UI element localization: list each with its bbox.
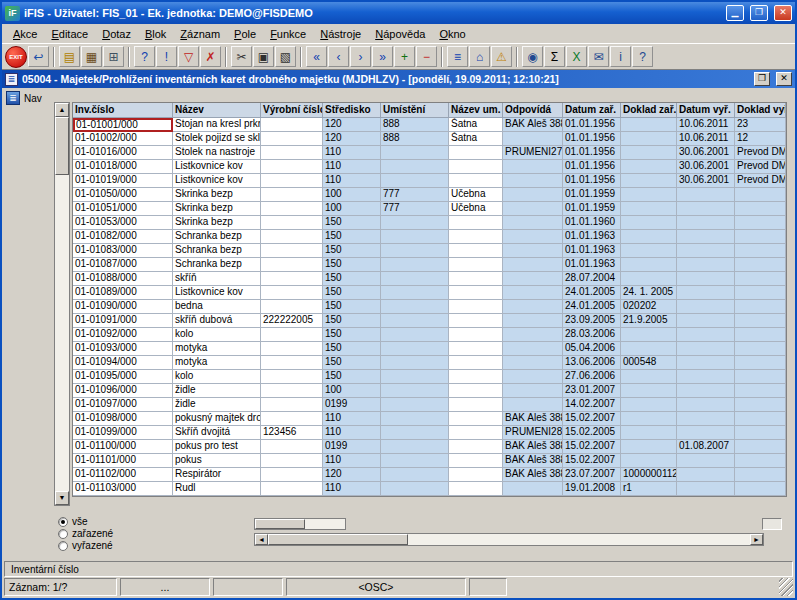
table-cell[interactable] (735, 342, 786, 356)
table-cell[interactable]: 24. 1. 2005 (621, 286, 677, 300)
table-cell[interactable]: 01-01018/000 (73, 160, 173, 174)
table-cell[interactable]: 23.09.2005 (563, 314, 621, 328)
nav-strip[interactable]: ≣ Nav (6, 91, 42, 105)
table-cell[interactable]: 01-01099/000 (73, 426, 173, 440)
table-cell[interactable] (381, 216, 449, 230)
table-cell[interactable] (735, 272, 786, 286)
execute-query-icon[interactable]: ! (156, 46, 177, 67)
table-cell[interactable] (621, 118, 677, 132)
scrollbar-track[interactable] (408, 534, 750, 545)
table-cell[interactable] (735, 482, 786, 496)
table-cell[interactable]: 01-01097/000 (73, 398, 173, 412)
table-cell[interactable]: 15.02.2007 (563, 412, 621, 426)
table-cell[interactable]: 28.03.2006 (563, 328, 621, 342)
radio-vše[interactable]: vše (58, 516, 113, 527)
table-cell[interactable] (621, 174, 677, 188)
table-cell[interactable] (381, 314, 449, 328)
table-cell[interactable] (503, 132, 563, 146)
radio-zařazené[interactable]: zařazené (58, 528, 113, 539)
table-cell[interactable] (261, 272, 323, 286)
table-cell[interactable] (449, 300, 503, 314)
table-cell[interactable]: 110 (323, 454, 381, 468)
table-cell[interactable]: 123456 (261, 426, 323, 440)
table-cell[interactable] (261, 160, 323, 174)
info-icon[interactable]: i (610, 46, 631, 67)
filter-icon[interactable]: ▽ (178, 46, 199, 67)
table-cell[interactable] (261, 146, 323, 160)
table-cell[interactable] (449, 454, 503, 468)
table-cell[interactable] (735, 384, 786, 398)
table-cell[interactable] (261, 342, 323, 356)
table-cell[interactable]: 24.01.2005 (563, 286, 621, 300)
table-cell[interactable] (449, 370, 503, 384)
table-cell[interactable]: PRUMENI28 Jan (503, 426, 563, 440)
table-cell[interactable] (503, 286, 563, 300)
table-cell[interactable] (677, 384, 735, 398)
table-cell[interactable]: 19.01.2008 (563, 482, 621, 496)
scroll-right-icon[interactable]: ► (750, 534, 763, 545)
table-cell[interactable] (381, 342, 449, 356)
table-cell[interactable]: 150 (323, 370, 381, 384)
table-cell[interactable]: židle (173, 398, 261, 412)
table-cell[interactable]: Stolek pojizd se skl (173, 132, 261, 146)
table-cell[interactable]: 30.06.2001 (677, 174, 735, 188)
menu-item-akce[interactable]: Akce (6, 26, 44, 42)
table-cell[interactable]: 120 (323, 468, 381, 482)
save-icon[interactable]: ▦ (81, 46, 102, 67)
table-cell[interactable]: BAK Aleš 3880 (503, 440, 563, 454)
table-cell[interactable]: Skrinka bezp (173, 188, 261, 202)
table-cell[interactable] (261, 118, 323, 132)
logout-icon[interactable]: ↩ (28, 46, 49, 67)
lock-icon[interactable]: ◉ (522, 46, 543, 67)
table-cell[interactable] (503, 328, 563, 342)
scroll-down-icon[interactable]: ▼ (55, 491, 69, 505)
table-cell[interactable]: 888 (381, 118, 449, 132)
table-cell[interactable]: 21.9.2005 (621, 314, 677, 328)
table-cell[interactable] (677, 328, 735, 342)
sum-icon[interactable]: Σ (544, 46, 565, 67)
table-cell[interactable]: 01.01.1963 (563, 230, 621, 244)
table-cell[interactable] (677, 244, 735, 258)
scrollbar-thumb[interactable] (255, 519, 305, 529)
table-cell[interactable]: Schranka bezp (173, 244, 261, 258)
table-cell[interactable]: 01.01.1963 (563, 258, 621, 272)
table-cell[interactable]: Schranka bezp (173, 258, 261, 272)
insert-record-icon[interactable]: + (394, 46, 415, 67)
table-cell[interactable] (735, 356, 786, 370)
help-icon[interactable]: ? (632, 46, 653, 67)
table-cell[interactable]: Šatna (449, 132, 503, 146)
table-cell[interactable]: 30.06.2001 (677, 160, 735, 174)
table-cell[interactable] (261, 174, 323, 188)
table-cell[interactable] (503, 202, 563, 216)
table-cell[interactable] (503, 314, 563, 328)
table-cell[interactable] (621, 132, 677, 146)
table-cell[interactable] (503, 370, 563, 384)
table-cell[interactable]: 15.02.2007 (563, 454, 621, 468)
menu-item-pole[interactable]: Pole (227, 26, 263, 42)
table-cell[interactable]: 100 (323, 188, 381, 202)
table-cell[interactable] (381, 244, 449, 258)
table-cell[interactable]: BAK Aleš 3880 (503, 118, 563, 132)
table-cell[interactable] (449, 440, 503, 454)
table-cell[interactable]: 01.01.1959 (563, 188, 621, 202)
radio-vyřazené[interactable]: vyřazené (58, 540, 113, 551)
table-cell[interactable] (677, 412, 735, 426)
table-cell[interactable]: 110 (323, 426, 381, 440)
table-cell[interactable]: motyka (173, 342, 261, 356)
table-cell[interactable]: Skříň dvojitá (173, 426, 261, 440)
table-cell[interactable]: 23 (735, 118, 786, 132)
table-cell[interactable] (449, 258, 503, 272)
table-cell[interactable] (735, 216, 786, 230)
table-cell[interactable] (621, 398, 677, 412)
table-cell[interactable]: 01-01090/000 (73, 300, 173, 314)
table-cell[interactable] (735, 440, 786, 454)
table-cell[interactable] (735, 244, 786, 258)
table-cell[interactable]: 01-01016/000 (73, 146, 173, 160)
table-cell[interactable] (381, 160, 449, 174)
table-cell[interactable] (261, 468, 323, 482)
table-cell[interactable]: 110 (323, 174, 381, 188)
table-cell[interactable] (381, 398, 449, 412)
exit-button[interactable]: EXIT (5, 46, 27, 68)
table-cell[interactable] (621, 258, 677, 272)
table-cell[interactable] (261, 300, 323, 314)
